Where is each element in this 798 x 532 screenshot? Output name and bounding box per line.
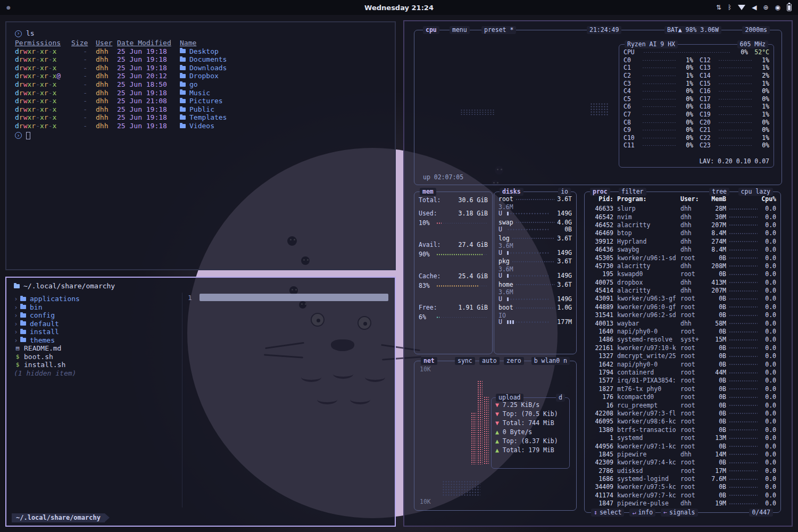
process-row[interactable]: 1327 dmcrypt_write/25 root 0B 0.0 (590, 352, 776, 360)
account-icon[interactable]: ◉ (775, 4, 780, 11)
process-row[interactable]: 42309 kworker/u97:4-kc root 0B 0.0 (590, 459, 776, 467)
volume-icon[interactable]: ◀ (752, 4, 757, 11)
process-row[interactable]: 44889 kworker/u96:0-gf root 0B 0.0 (590, 303, 776, 311)
tree-toggle[interactable]: tree (709, 188, 729, 196)
process-cpu-graph (729, 355, 758, 358)
net-sync-toggle[interactable]: sync (455, 357, 475, 365)
directory-item[interactable]: › themes (14, 336, 173, 345)
header-program[interactable]: Program: (617, 195, 680, 203)
clock[interactable]: Wednesday 21:24 (0, 0, 798, 15)
header-mem[interactable]: MemB (705, 195, 726, 203)
process-row[interactable]: 1486 systemd-resolve syst+ 15M 0.0 (590, 336, 776, 344)
process-row[interactable]: 45730 alacritty dhh 208M 0.0 (590, 262, 776, 270)
directory-item[interactable]: › applications (14, 295, 173, 303)
process-user: root (680, 361, 705, 369)
preset-button[interactable]: preset * (481, 26, 516, 34)
process-row[interactable]: 44956 kworker/u97:1-kc root 0B 0.0 (590, 442, 776, 450)
directory-item[interactable]: › config (14, 311, 173, 320)
battery-icon[interactable] (787, 4, 792, 11)
process-row[interactable]: 1642 napi/phy0-0 root 0B 0.0 (590, 360, 776, 368)
io-tab[interactable]: io (558, 188, 571, 196)
process-row[interactable]: 41174 kworker/u97:7-kc root 0B 0.0 (590, 492, 776, 500)
process-row[interactable]: 2786 udisksd root 17M 0.0 (590, 467, 776, 475)
disk-free: 3.6M (498, 203, 572, 211)
proc-box-title[interactable]: proc (590, 188, 610, 196)
network-icon[interactable]: ⊕ (763, 4, 768, 11)
directory-item[interactable]: › bin (14, 303, 173, 312)
bluetooth-icon[interactable]: ᛒ (728, 4, 732, 11)
process-row[interactable]: 39912 Hyprland dhh 274M 0.0 (590, 238, 776, 246)
directory-item[interactable]: › default (14, 320, 173, 328)
header-user[interactable]: User: (680, 195, 705, 203)
process-row[interactable]: 176 kcompactd0 root 0B 0.0 (590, 393, 776, 401)
update-interval[interactable]: 2000ms (742, 26, 770, 34)
process-row[interactable]: 1845 pipewire dhh 14M 0.0 (590, 451, 776, 459)
disks-box-title[interactable]: disks (500, 188, 523, 196)
core-pct: 0% (679, 119, 693, 127)
file-item[interactable]: $ install.sh (14, 361, 173, 369)
process-row[interactable]: 1 systemd root 13M 0.0 (590, 434, 776, 442)
footer-action[interactable]: ↵info (629, 509, 655, 517)
process-row[interactable]: 43091 kworker/u96:3-gf root 0B 0.0 (590, 295, 776, 303)
process-row[interactable]: 1847 pipewire-pulse dhh 19M 0.0 (590, 500, 776, 508)
cpu-box-title[interactable]: cpu (423, 26, 439, 34)
net-interface-selector[interactable]: b wlan0 n (531, 357, 570, 365)
process-row[interactable]: 1380 btrfs-transactio root 0B 0.0 (590, 426, 776, 434)
process-row[interactable]: 46633 slurp dhh 28M 0.0 (590, 205, 776, 213)
process-pid: 1642 (590, 361, 613, 369)
chevron-right-icon: › (14, 303, 20, 312)
mem-total-value: 30.6 GiB (459, 196, 488, 204)
process-row[interactable]: 195 kswapd0 root 0B 0.0 (590, 270, 776, 278)
net-zero-toggle[interactable]: zero (504, 357, 524, 365)
process-row[interactable]: 1640 napi/phy0-0 root 0B 0.0 (590, 328, 776, 336)
process-row[interactable]: 1827 mt76-tx phy0 root 0B 0.0 (590, 385, 776, 393)
process-row[interactable]: 46095 kworker/u98:6-kc root 0B 0.0 (590, 418, 776, 426)
btop-window[interactable]: cpu menu preset * 21:24:49 BAT▲ 98% 3.06… (403, 20, 793, 527)
menu-button[interactable]: menu (450, 26, 470, 34)
wifi-icon[interactable] (738, 5, 745, 10)
core-row: C3 1% (624, 80, 693, 88)
updates-icon[interactable]: ⇅ (716, 4, 721, 11)
mem-box-title[interactable]: mem (420, 188, 436, 196)
process-row[interactable]: 45305 kworker/u96:1-sd root 0B 0.0 (590, 254, 776, 262)
date-value: 25 Jun 19:18 (117, 105, 180, 114)
process-program: kswapd0 (617, 270, 680, 278)
header-cpu[interactable]: Cpu% (760, 195, 776, 203)
terminal-cursor[interactable] (26, 132, 30, 139)
process-row[interactable]: 45414 alacritty dhh 207M 0.0 (590, 287, 776, 295)
footer-action[interactable]: ↕select (591, 509, 624, 517)
file-item[interactable]: $ boot.sh (14, 353, 173, 361)
process-program: dropbox (617, 279, 680, 287)
process-mem: 274M (705, 238, 726, 246)
process-cpu: 0.0 (760, 393, 776, 401)
process-row[interactable]: 42208 kworker/u97:3-fl root 0B 0.0 (590, 410, 776, 418)
process-row[interactable]: 1577 irq/81-PIXA3854: root 0B 0.0 (590, 377, 776, 385)
process-row[interactable]: 46452 alacritty dhh 207M 0.0 (590, 221, 776, 229)
process-row[interactable]: 40013 waybar dhh 58M 0.0 (590, 319, 776, 327)
date-value: 25 Jun 19:18 (117, 113, 180, 122)
process-row[interactable]: 16 rcu_preempt root 0B 0.0 (590, 401, 776, 409)
process-row[interactable]: 46436 swaybg dhh 8.4M 0.0 (590, 246, 776, 254)
net-auto-toggle[interactable]: auto (479, 357, 500, 365)
file-manager-window[interactable]: ~/.local/share/omarchy › applications › … (5, 277, 396, 527)
directory-item[interactable]: › install (14, 328, 173, 336)
file-item[interactable]: ▤ README.md (14, 344, 173, 353)
process-row[interactable]: 40075 dropbox dhh 413M 0.0 (590, 279, 776, 287)
process-row[interactable]: 46469 btop dhh 8.4M 0.0 (590, 229, 776, 237)
net-box-title[interactable]: net (421, 357, 437, 365)
process-row[interactable]: 1686 systemd-logind root 7.6M 0.0 (590, 475, 776, 483)
process-row[interactable]: 31541 kworker/u96:2-sd root 0B 0.0 (590, 311, 776, 319)
process-row[interactable]: 34409 kworker/u97:5-kc root 0B 0.0 (590, 483, 776, 491)
net-panel-key[interactable]: d (556, 394, 565, 402)
process-mem: 14M (705, 451, 726, 459)
footer-action[interactable]: ←signals (661, 509, 697, 517)
terminal-window[interactable]: › ls Permissions Size User Date Modified… (5, 21, 396, 270)
process-row[interactable]: 1794 containerd root 44M 0.0 (590, 369, 776, 377)
filter-button[interactable]: filter (619, 188, 646, 196)
header-pid[interactable]: Pid: (590, 195, 613, 203)
sort-selector[interactable]: cpu lazy (738, 188, 773, 196)
process-row[interactable]: 46542 nvim dhh 30M 0.0 (590, 213, 776, 221)
disk-used-value: 149G (551, 249, 572, 257)
process-row[interactable]: 22161 kworker/u97:10-k root 0B 0.0 (590, 344, 776, 352)
process-cpu-graph (729, 380, 758, 382)
